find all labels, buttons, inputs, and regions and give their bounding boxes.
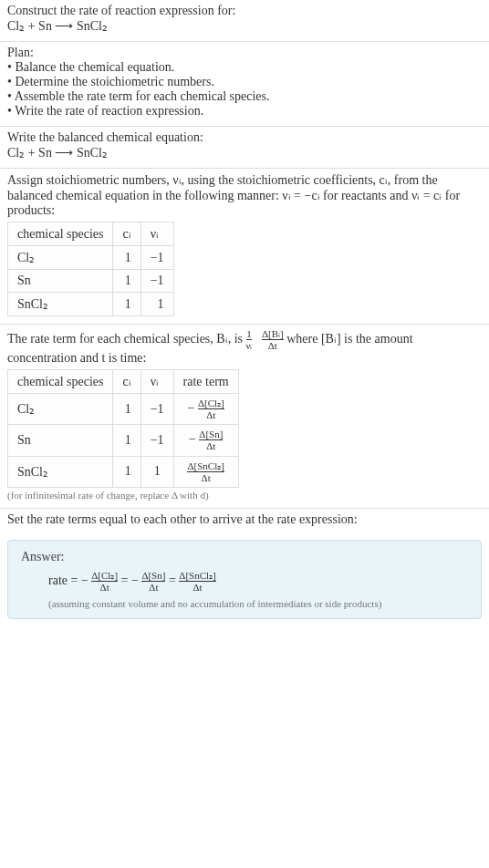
col-species: chemical species <box>8 222 113 246</box>
cell-species: SnCl₂ <box>8 456 113 487</box>
table-row: Sn 1 −1 − Δ[Sn] Δt <box>8 425 239 456</box>
cell-ci: 1 <box>113 425 140 456</box>
frac-top: Δ[SnCl₂] <box>179 570 215 581</box>
cell-ci: 1 <box>113 246 140 270</box>
table-row: chemical species cᵢ νᵢ <box>8 222 174 246</box>
cell-rate-term: Δ[SnCl₂] Δt <box>173 456 238 487</box>
table-row: Cl₂ 1 −1 − Δ[Cl₂] Δt <box>8 394 239 425</box>
cell-nui: 1 <box>140 293 173 316</box>
col-rate-term: rate term <box>173 370 238 394</box>
frac-bot: νᵢ <box>246 339 253 351</box>
balanced-title: Write the balanced chemical equation: <box>7 130 482 145</box>
section-plan: Plan: • Balance the chemical equation. •… <box>0 42 489 126</box>
cell-nui: −1 <box>140 425 173 456</box>
answer-box: Answer: rate = − Δ[Cl₂] Δt = − Δ[Sn] Δt … <box>7 540 482 619</box>
frac-top: Δ[Bᵢ] <box>262 328 284 339</box>
frac-1-over-nu: 1 νᵢ <box>246 328 253 351</box>
cell-species: Sn <box>8 270 113 293</box>
section-balanced: Write the balanced chemical equation: Cl… <box>0 127 489 168</box>
set-equal-text: Set the rate terms equal to each other t… <box>7 512 482 527</box>
frac-bot: Δt <box>262 339 284 351</box>
table-row: Sn 1 −1 <box>8 270 174 293</box>
answer-label: Answer: <box>21 550 468 564</box>
table-footnote: (for infinitesimal rate of change, repla… <box>7 490 482 501</box>
cell-rate-term: − Δ[Cl₂] Δt <box>173 394 238 425</box>
plan-bullet-4: • Write the rate of reaction expression. <box>7 104 482 119</box>
plan-bullet-3: • Assemble the rate term for each chemic… <box>7 89 482 104</box>
frac-dBi-dt: Δ[Bᵢ] Δt <box>262 328 284 351</box>
rate-term-table: chemical species cᵢ νᵢ rate term Cl₂ 1 −… <box>7 369 239 488</box>
cell-ci: 1 <box>113 456 140 487</box>
section-stoich: Assign stoichiometric numbers, νᵢ, using… <box>0 169 489 324</box>
eq-sep: = − <box>121 574 139 587</box>
section-set-equal: Set the rate terms equal to each other t… <box>0 509 489 534</box>
rate-text-a: The rate term for each chemical species,… <box>7 332 246 346</box>
cell-ci: 1 <box>113 270 140 293</box>
construct-equation: Cl₂ + Sn ⟶ SnCl₂ <box>7 18 482 34</box>
table-row: chemical species cᵢ νᵢ rate term <box>8 370 239 394</box>
stoich-table: chemical species cᵢ νᵢ Cl₂ 1 −1 Sn 1 −1 … <box>7 222 174 316</box>
stoich-text: Assign stoichiometric numbers, νᵢ, using… <box>7 172 482 218</box>
col-ci: cᵢ <box>113 222 140 246</box>
frac-top: Δ[SnCl₂] <box>187 460 224 471</box>
cell-ci: 1 <box>113 293 140 316</box>
frac-top: Δ[Sn] <box>199 429 223 439</box>
frac-bot: Δt <box>187 471 224 483</box>
frac-bot: Δt <box>179 581 215 593</box>
rate-frac: Δ[Cl₂] Δt <box>198 398 224 420</box>
table-row: SnCl₂ 1 1 <box>8 293 174 316</box>
sign: − <box>189 432 196 446</box>
rate-frac: Δ[Sn] Δt <box>199 429 223 451</box>
frac-top: Δ[Sn] <box>141 570 165 581</box>
rate-prefix: rate = − <box>48 574 88 587</box>
rate-expression: rate = − Δ[Cl₂] Δt = − Δ[Sn] Δt = Δ[SnCl… <box>21 570 468 593</box>
cell-species: Sn <box>8 425 113 456</box>
col-nui: νᵢ <box>140 222 173 246</box>
frac-bot: Δt <box>141 581 165 593</box>
rate-frac-cl2: Δ[Cl₂] Δt <box>91 570 118 593</box>
table-row: Cl₂ 1 −1 <box>8 246 174 270</box>
table-row: SnCl₂ 1 1 Δ[SnCl₂] Δt <box>8 456 239 487</box>
col-ci: cᵢ <box>113 370 140 394</box>
frac-bot: Δt <box>91 581 118 593</box>
cell-rate-term: − Δ[Sn] Δt <box>173 425 238 456</box>
construct-title: Construct the rate of reaction expressio… <box>7 4 482 18</box>
cell-nui: −1 <box>140 270 173 293</box>
col-species: chemical species <box>8 370 113 394</box>
rate-term-text: The rate term for each chemical species,… <box>7 328 482 366</box>
balanced-equation: Cl₂ + Sn ⟶ SnCl₂ <box>7 145 482 160</box>
cell-species: Cl₂ <box>8 246 113 270</box>
col-nui: νᵢ <box>140 370 173 394</box>
plan-label: Plan: <box>7 46 482 60</box>
answer-note: (assuming constant volume and no accumul… <box>21 598 468 609</box>
section-rate-term: The rate term for each chemical species,… <box>0 325 489 508</box>
rate-frac-sn: Δ[Sn] Δt <box>141 570 165 593</box>
cell-species: SnCl₂ <box>8 293 113 316</box>
cell-species: Cl₂ <box>8 394 113 425</box>
plan-bullet-2: • Determine the stoichiometric numbers. <box>7 75 482 89</box>
frac-top: 1 <box>246 328 253 339</box>
frac-bot: Δt <box>199 439 223 451</box>
cell-nui: −1 <box>140 394 173 425</box>
sign: − <box>188 401 195 415</box>
rate-frac: Δ[SnCl₂] Δt <box>187 460 224 483</box>
cell-ci: 1 <box>113 394 140 425</box>
rate-frac-sncl2: Δ[SnCl₂] Δt <box>179 570 215 593</box>
cell-nui: 1 <box>140 456 173 487</box>
frac-top: Δ[Cl₂] <box>91 570 118 581</box>
plan-bullet-1: • Balance the chemical equation. <box>7 60 482 75</box>
eq-sep: = <box>169 574 179 587</box>
frac-bot: Δt <box>198 408 224 420</box>
cell-nui: −1 <box>140 246 173 270</box>
frac-top: Δ[Cl₂] <box>198 398 224 408</box>
section-construct: Construct the rate of reaction expressio… <box>0 0 489 41</box>
